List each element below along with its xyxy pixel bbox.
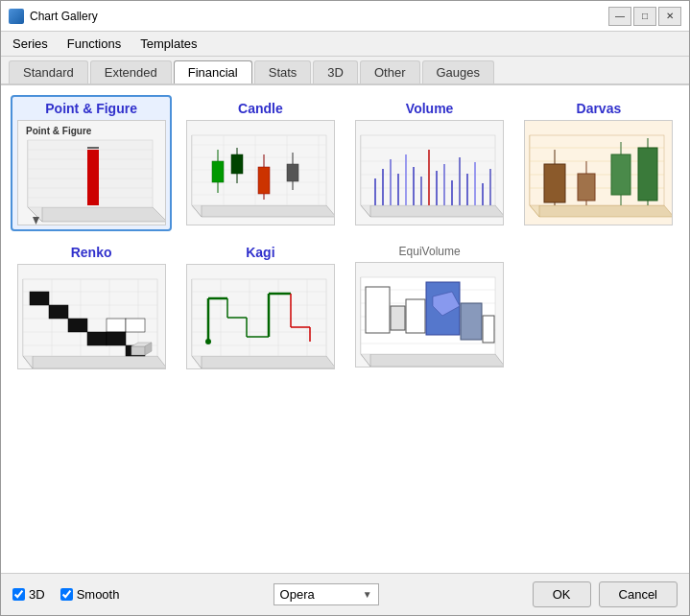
main-window: Chart Gallery — □ ✕ Series Functions Tem… bbox=[0, 0, 690, 616]
svg-marker-13 bbox=[192, 205, 335, 217]
chart-preview-kagi bbox=[186, 264, 335, 369]
menu-series[interactable]: Series bbox=[5, 34, 56, 54]
checkbox-3d-label[interactable]: 3D bbox=[12, 587, 45, 602]
chart-title-point-figure: Point & Figure bbox=[45, 101, 137, 116]
maximize-button[interactable]: □ bbox=[633, 7, 656, 26]
svg-rect-69 bbox=[611, 154, 631, 195]
svg-marker-98 bbox=[192, 356, 335, 368]
svg-rect-93 bbox=[107, 332, 126, 345]
tab-other[interactable]: Other bbox=[360, 60, 420, 83]
chart-title-candle: Candle bbox=[238, 101, 283, 116]
svg-marker-122 bbox=[361, 354, 504, 367]
svg-rect-30 bbox=[258, 167, 270, 194]
chart-title-volume: Volume bbox=[406, 101, 454, 116]
tab-stats[interactable]: Stats bbox=[254, 60, 312, 83]
checkbox-smooth-text: Smooth bbox=[77, 587, 120, 602]
checkbox-smooth[interactable] bbox=[60, 588, 73, 601]
svg-rect-87 bbox=[30, 292, 49, 305]
tab-extended[interactable]: Extended bbox=[90, 60, 172, 83]
svg-rect-136 bbox=[483, 316, 494, 343]
title-bar: Chart Gallery — □ ✕ bbox=[1, 1, 689, 32]
svg-rect-63 bbox=[544, 164, 565, 202]
svg-rect-9 bbox=[87, 150, 99, 205]
chart-title-darvas: Darvas bbox=[577, 101, 622, 116]
chart-title-equivolume: EquiVolume bbox=[399, 245, 461, 258]
chart-title-kagi: Kagi bbox=[246, 245, 274, 260]
chart-item-kagi[interactable]: Kagi bbox=[179, 239, 341, 375]
chart-preview-point-figure: Point & Figure bbox=[17, 120, 166, 225]
bottom-buttons: OK Cancel bbox=[533, 581, 678, 607]
close-button[interactable]: ✕ bbox=[658, 7, 681, 26]
svg-rect-100 bbox=[192, 279, 326, 356]
checkbox-3d[interactable] bbox=[12, 588, 25, 601]
chart-item-volume[interactable]: Volume bbox=[349, 95, 511, 231]
svg-rect-92 bbox=[126, 319, 145, 332]
svg-point-121 bbox=[205, 339, 211, 344]
svg-rect-32 bbox=[287, 164, 298, 181]
menu-templates[interactable]: Templates bbox=[132, 34, 204, 54]
chart-item-darvas[interactable]: Darvas bbox=[518, 95, 679, 231]
svg-rect-89 bbox=[68, 319, 87, 332]
svg-rect-132 bbox=[406, 299, 425, 333]
tab-gauges[interactable]: Gauges bbox=[422, 60, 495, 83]
svg-rect-66 bbox=[578, 174, 595, 201]
tab-3d[interactable]: 3D bbox=[313, 60, 358, 83]
chart-preview-equivolume bbox=[355, 262, 504, 367]
dropdown-value: Opera bbox=[280, 587, 315, 602]
app-icon bbox=[9, 9, 24, 24]
title-bar-buttons: — □ ✕ bbox=[608, 7, 681, 26]
svg-rect-26 bbox=[212, 161, 224, 182]
svg-marker-75 bbox=[23, 356, 166, 368]
dropdown-arrow-icon: ▼ bbox=[363, 589, 372, 600]
checkbox-smooth-label[interactable]: Smooth bbox=[60, 587, 120, 602]
chart-item-point-figure[interactable]: Point & Figure bbox=[11, 95, 172, 231]
dropdown-container: Opera ▼ bbox=[134, 583, 516, 605]
svg-marker-0 bbox=[28, 207, 166, 222]
svg-rect-130 bbox=[366, 287, 390, 333]
svg-marker-12 bbox=[33, 217, 39, 225]
svg-rect-90 bbox=[87, 332, 107, 345]
svg-marker-56 bbox=[530, 205, 673, 217]
chart-item-candle[interactable]: Candle bbox=[179, 95, 341, 231]
theme-dropdown[interactable]: Opera ▼ bbox=[274, 583, 379, 605]
chart-grid: Point & Figure bbox=[11, 95, 679, 375]
svg-rect-95 bbox=[131, 346, 145, 355]
tab-bar: Standard Extended Financial Stats 3D Oth… bbox=[1, 57, 689, 85]
window-title: Chart Gallery bbox=[30, 10, 608, 23]
svg-rect-88 bbox=[49, 305, 68, 319]
chart-item-equivolume[interactable]: EquiVolume bbox=[349, 239, 511, 375]
svg-marker-33 bbox=[361, 205, 504, 217]
cancel-button[interactable]: Cancel bbox=[599, 581, 678, 607]
chart-preview-volume bbox=[355, 120, 504, 225]
chart-preview-darvas bbox=[524, 120, 673, 225]
svg-rect-91 bbox=[107, 319, 126, 332]
svg-rect-135 bbox=[461, 303, 482, 340]
tab-standard[interactable]: Standard bbox=[9, 60, 88, 83]
minimize-button[interactable]: — bbox=[608, 7, 631, 26]
svg-rect-131 bbox=[391, 306, 405, 330]
svg-rect-72 bbox=[638, 148, 657, 201]
ok-button[interactable]: OK bbox=[533, 581, 591, 607]
tab-financial[interactable]: Financial bbox=[174, 60, 252, 83]
chart-title-renko: Renko bbox=[71, 245, 112, 260]
svg-text:Point & Figure: Point & Figure bbox=[26, 126, 92, 136]
svg-rect-28 bbox=[231, 154, 243, 174]
chart-preview-candle bbox=[186, 120, 335, 225]
content-area: Point & Figure bbox=[1, 85, 689, 573]
chart-item-renko[interactable]: Renko bbox=[11, 239, 172, 375]
bottom-bar: 3D Smooth Opera ▼ OK Cancel bbox=[1, 573, 689, 615]
menu-functions[interactable]: Functions bbox=[59, 34, 129, 54]
menu-bar: Series Functions Templates bbox=[1, 32, 689, 57]
checkbox-3d-text: 3D bbox=[29, 587, 45, 602]
chart-preview-renko bbox=[17, 264, 166, 369]
